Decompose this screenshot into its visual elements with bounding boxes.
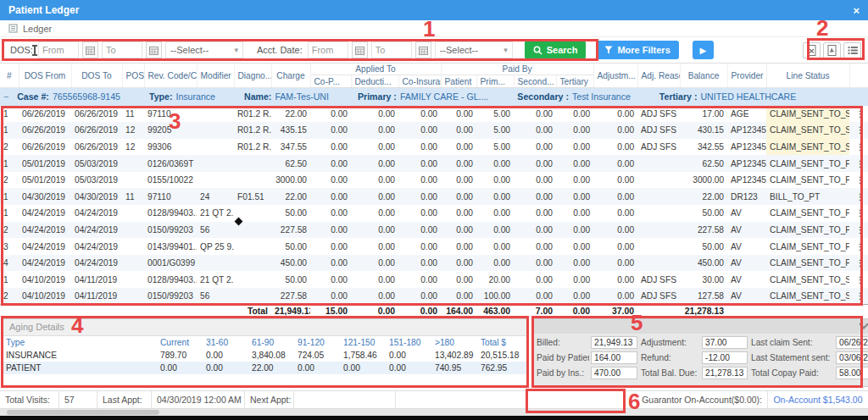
cell-dos-to[interactable]: 06/26/2019 [71, 106, 122, 123]
cell-dos-from[interactable]: 06/26/2019 [19, 122, 71, 139]
scrollbar-thumb[interactable] [7, 410, 159, 415]
cell-pos: 11 [122, 106, 144, 123]
acct-to-input[interactable] [371, 41, 412, 58]
row-menu-icon[interactable]: ⋮ [849, 222, 868, 239]
cell-dos-to[interactable]: 04/11/2019 [71, 288, 122, 305]
play-button[interactable]: ▶ [693, 41, 714, 59]
cell-dos-from[interactable]: 05/01/2019 [19, 172, 71, 189]
cell-provider: AV [727, 238, 766, 255]
horizontal-scrollbar[interactable] [0, 409, 868, 416]
ledger-row: 204/10/201904/11/20190150/9920356227.580… [0, 288, 868, 305]
aging-details-title: Aging Details [3, 319, 526, 336]
summary-label: Last claim Sent: [749, 336, 834, 349]
cell-provider: AP12345... [727, 155, 766, 172]
cell-rev-code: 0155/10022 [144, 172, 197, 189]
footer-bar: Total Visits: 57 Last Appt: 04/30/2019 1… [0, 390, 868, 409]
row-menu-icon[interactable]: ⋮ [849, 205, 868, 222]
cell-dos-to[interactable]: 06/26/2019 [71, 139, 122, 156]
row-menu-icon[interactable]: ⋮ [849, 288, 868, 305]
cell-dos-from[interactable]: 04/10/2019 [19, 271, 71, 288]
cell-dos-to[interactable]: 04/24/2019 [71, 255, 122, 272]
cell-adjustment: 0.00 [593, 139, 637, 156]
collapse-chevron-icon[interactable] [859, 319, 868, 329]
cell-dos-to[interactable]: 04/24/2019 [71, 205, 122, 222]
cell-dos-to[interactable]: 05/03/2019 [71, 155, 122, 172]
case-type-label: Type: [149, 91, 172, 102]
cell-dos-from[interactable]: 04/24/2019 [19, 255, 71, 272]
aging-col-header: >180 [431, 336, 477, 349]
row-menu-icon[interactable]: ⋮ [849, 122, 868, 139]
cell-dos-from[interactable]: 04/24/2019 [19, 222, 71, 239]
row-menu-icon[interactable]: ⋮ [849, 172, 868, 189]
total-patient: 164.00 [441, 305, 476, 318]
cell-adj-reason: ADJ SFS [637, 288, 680, 305]
cell-dos-to[interactable]: 06/26/2019 [71, 122, 122, 139]
cell-paid-tertiary: 0.00 [556, 205, 593, 222]
cell-deductible: 0.00 [351, 188, 398, 205]
cell-copay: 0.00 [310, 155, 351, 172]
aging-col-header: 61-90 [248, 336, 294, 349]
dos-select[interactable]: --Select--▾ [165, 41, 243, 58]
acct-select[interactable]: --Select--▾ [435, 41, 513, 58]
acct-from-calendar-icon[interactable] [352, 41, 368, 58]
close-icon[interactable]: × [853, 4, 860, 17]
row-menu-icon[interactable]: ⋮ [849, 255, 868, 272]
cell-dos-to[interactable]: 05/03/2019 [71, 172, 122, 189]
row-menu-icon[interactable]: ⋮ [849, 106, 868, 123]
cell-rev-code: 99306 [144, 139, 197, 156]
export-pdf-icon[interactable] [823, 42, 841, 58]
column-list-icon[interactable] [843, 42, 861, 58]
cell-paid-patient: 0.00 [441, 122, 476, 139]
more-filters-button[interactable]: More Filters [596, 41, 678, 59]
cell-dos-from[interactable]: 04/30/2019 [19, 188, 71, 205]
case-primary-value: FAMILY CARE - GL.... [400, 91, 488, 102]
on-account-link[interactable]: On-Account $1,543.00 [768, 391, 868, 408]
cell-paid-primary: 0.00 [476, 172, 514, 189]
cell-dos-to[interactable]: 04/11/2019 [71, 271, 122, 288]
cell-num: 2 [0, 288, 19, 305]
summary-label: Paid by Ins.: [535, 367, 589, 379]
cell-dos-from[interactable]: 04/24/2019 [19, 238, 71, 255]
cell-dos-to[interactable]: 04/30/2019 [71, 188, 122, 205]
cell-dos-to[interactable]: 04/24/2019 [71, 222, 122, 239]
cell-dos-from[interactable]: 04/24/2019 [19, 205, 71, 222]
acct-from-input[interactable] [308, 41, 348, 58]
search-button[interactable]: Search [525, 41, 587, 59]
collapse-case-icon[interactable]: − [3, 91, 8, 102]
cell-diagnosis: R01.2 R... [234, 122, 271, 139]
cell-dos-from[interactable]: 04/10/2019 [19, 288, 71, 305]
cell-dos-from[interactable]: 05/01/2019 [19, 155, 71, 172]
aging-col-header: Total $ [477, 336, 526, 349]
cell-dos-to[interactable]: 04/24/2019 [71, 238, 122, 255]
col-deductible: Deducti... [351, 75, 398, 88]
col-modifier: Modifier [197, 64, 234, 88]
summary-label: Total Bal. Due: [639, 367, 700, 379]
cell-balance: 227.58 [680, 222, 727, 239]
cell-copay: 0.00 [310, 238, 351, 255]
case-tertiary-value: UNITED HEALTHCARE [700, 91, 796, 102]
aging-col-header: 121-150 [340, 336, 386, 349]
row-menu-icon[interactable]: ⋮ [849, 188, 868, 205]
row-menu-icon[interactable]: ⋮ [849, 155, 868, 172]
aging-row: INSURANCE789.700.003,840.08724.051,758.4… [3, 349, 526, 362]
col-charge: Charge [271, 64, 310, 88]
col-num: # [0, 64, 19, 88]
acct-to-calendar-icon[interactable] [415, 41, 431, 58]
row-menu-icon[interactable]: ⋮ [849, 238, 868, 255]
cell-pos [122, 255, 144, 272]
cell-modifier [197, 139, 234, 156]
aging-value: 0.00 [203, 362, 248, 374]
cell-diagnosis [234, 172, 271, 189]
cell-dos-from[interactable]: 06/26/2019 [19, 139, 71, 156]
row-menu-icon[interactable]: ⋮ [849, 139, 868, 156]
dos-to-calendar-icon[interactable] [146, 41, 162, 58]
row-menu-icon[interactable]: ⋮ [849, 271, 868, 288]
cell-paid-primary: 0.00 [476, 188, 514, 205]
dos-from-calendar-icon[interactable] [82, 41, 98, 58]
cell-adj-reason: ADJ SFS [637, 122, 680, 139]
cell-dos-from[interactable]: 06/26/2019 [19, 106, 71, 123]
dos-to-input[interactable] [102, 41, 142, 58]
cell-adj-reason: ADJ SFS [637, 271, 680, 288]
dos-from-input[interactable] [38, 41, 79, 58]
export-excel-icon[interactable] [803, 42, 821, 58]
